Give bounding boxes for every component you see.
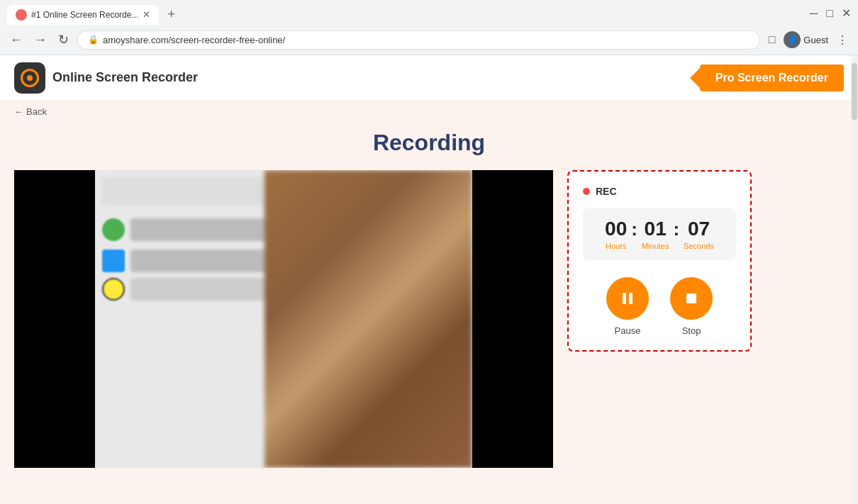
url-display: amoyshare.com/screen-recorder-free-onlin… (103, 35, 285, 45)
minutes-unit: 01 Minutes (642, 219, 669, 250)
content-row: REC 00 Hours : 01 Minutes : 07 (14, 170, 844, 468)
refresh-button[interactable]: ↻ (55, 29, 72, 50)
colon-1: : (627, 218, 642, 240)
video-preview (14, 170, 553, 468)
title-bar: #1 Online Screen Recorde... ✕ + ─ □ ✕ (0, 0, 858, 25)
hours-value: 00 (605, 219, 627, 239)
pause-label: Pause (615, 325, 641, 336)
back-nav-button[interactable]: ← (7, 30, 26, 50)
scrollbar[interactable] (851, 55, 858, 504)
svg-rect-0 (623, 293, 626, 304)
address-input[interactable]: 🔒 amoyshare.com/screen-recorder-free-onl… (77, 30, 760, 50)
rec-indicator: REC (583, 186, 736, 197)
tab-favicon (16, 9, 27, 21)
back-arrow-icon: ← (14, 106, 23, 117)
svg-rect-1 (629, 293, 633, 304)
site-header: Online Screen Recorder Pro Screen Record… (0, 55, 858, 101)
stop-button[interactable] (670, 277, 713, 320)
back-label: Back (26, 106, 47, 117)
browser-tab[interactable]: #1 Online Screen Recorde... ✕ (7, 5, 159, 25)
seconds-label: Seconds (684, 242, 714, 250)
colon-2: : (669, 218, 684, 240)
recording-panel: REC 00 Hours : 01 Minutes : 07 (567, 170, 752, 352)
hours-unit: 00 Hours (605, 219, 627, 250)
minutes-label: Minutes (642, 242, 669, 250)
video-center (95, 170, 472, 468)
stop-label: Stop (682, 325, 701, 336)
logo-container: Online Screen Recorder (14, 62, 198, 94)
browser-actions: □ 👤 Guest ⋮ (766, 30, 851, 50)
extensions-button[interactable]: □ (766, 30, 779, 49)
pause-button-group: Pause (606, 277, 649, 336)
seconds-value: 07 (688, 219, 710, 239)
svg-rect-2 (686, 293, 696, 303)
video-inner (14, 170, 553, 468)
pause-button[interactable] (606, 277, 649, 320)
tab-title: #1 Online Screen Recorde... (31, 10, 138, 20)
profile-label: Guest (803, 35, 828, 45)
logo-icon-inner (21, 69, 39, 87)
address-bar: ← → ↻ 🔒 amoyshare.com/screen-recorder-fr… (0, 25, 858, 55)
stop-button-group: Stop (670, 277, 713, 336)
hours-label: Hours (606, 242, 626, 250)
main-area: Recording (0, 130, 858, 468)
rec-label: REC (596, 186, 617, 197)
rec-dot (583, 188, 590, 195)
tab-close-button[interactable]: ✕ (143, 9, 150, 20)
scrollbar-thumb[interactable] (852, 63, 857, 120)
profile-avatar: 👤 (784, 31, 801, 48)
new-tab-button[interactable]: + (162, 4, 181, 25)
minimize-button[interactable]: ─ (810, 7, 818, 20)
menu-button[interactable]: ⋮ (834, 30, 851, 50)
back-link[interactable]: ← Back (0, 101, 858, 123)
lock-icon: 🔒 (88, 35, 99, 45)
maximize-button[interactable]: □ (826, 7, 833, 20)
pro-screen-recorder-button[interactable]: Pro Screen Recorder (700, 65, 844, 91)
stop-icon (684, 291, 699, 306)
close-button[interactable]: ✕ (842, 6, 851, 20)
logo-icon (14, 62, 45, 94)
forward-nav-button[interactable]: → (31, 30, 50, 50)
browser-chrome: #1 Online Screen Recorde... ✕ + ─ □ ✕ ← … (0, 0, 858, 55)
profile-button[interactable]: 👤 Guest (784, 31, 828, 48)
window-controls: ─ □ ✕ (810, 6, 851, 23)
timer-display: 00 Hours : 01 Minutes : 07 Seconds (583, 208, 736, 260)
minutes-value: 01 (645, 219, 667, 239)
site-title: Online Screen Recorder (52, 70, 198, 85)
control-buttons: Pause Stop (583, 277, 736, 336)
seconds-unit: 07 Seconds (684, 219, 714, 250)
pause-icon (620, 291, 635, 306)
page-content: Online Screen Recorder Pro Screen Record… (0, 55, 858, 504)
page-title: Recording (14, 130, 844, 156)
